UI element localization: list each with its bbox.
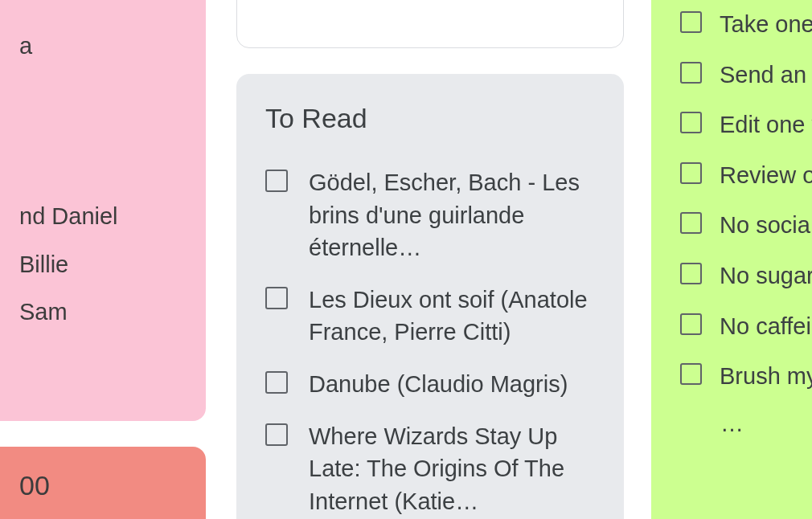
- checkbox-icon[interactable]: [680, 112, 702, 133]
- pink-note-card[interactable]: a nd Daniel Billie Sam: [0, 0, 206, 421]
- pink-partial-text: a: [0, 33, 187, 59]
- checklist-text: Les Dieux ont soif (Anatole France, Pier…: [309, 284, 595, 349]
- checklist-text: Brush my morning: [720, 360, 812, 393]
- checklist-text: Gödel, Escher, Bach - Les brins d'une gu…: [309, 166, 595, 264]
- checklist-item[interactable]: Send an e to one fri: [680, 59, 812, 92]
- checklist-item[interactable]: Les Dieux ont soif (Anatole France, Pier…: [265, 284, 595, 349]
- checklist-item[interactable]: Take one proper ca: [680, 8, 812, 41]
- checkbox-icon[interactable]: [680, 162, 702, 184]
- pink-name-item: Sam: [0, 296, 187, 329]
- checklist-item[interactable]: Gödel, Escher, Bach - Les brins d'une gu…: [265, 166, 595, 264]
- checklist-item[interactable]: No caffei: [680, 310, 812, 343]
- checkbox-icon[interactable]: [265, 423, 288, 446]
- checklist-text: No socia: [720, 209, 810, 242]
- checkbox-icon[interactable]: [680, 263, 702, 284]
- checkbox-icon[interactable]: [680, 62, 702, 84]
- checklist-text: No caffei: [720, 310, 811, 343]
- to-read-note-card[interactable]: To Read Gödel, Escher, Bach - Les brins …: [236, 74, 624, 519]
- checkbox-icon[interactable]: [680, 11, 702, 33]
- white-note-card[interactable]: [236, 0, 624, 48]
- checklist-text: Review o: [720, 159, 812, 192]
- checkbox-icon[interactable]: [265, 287, 288, 309]
- checkbox-icon[interactable]: [680, 212, 702, 234]
- checklist-text: Edit one v per day: [720, 108, 812, 141]
- checklist-text: Send an e to one fri: [720, 59, 812, 92]
- checklist-text: Where Wizards Stay Up Late: The Origins …: [309, 420, 595, 518]
- checklist-item[interactable]: Brush my morning: [680, 360, 812, 393]
- checklist-text: Take one proper ca: [720, 8, 812, 41]
- checkbox-icon[interactable]: [265, 371, 288, 394]
- checklist-text: No sugar: [720, 260, 812, 292]
- orange-num-text: 00: [0, 470, 187, 501]
- pink-name-item: nd Daniel: [0, 200, 187, 233]
- card-title: To Read: [265, 103, 595, 134]
- checklist-item[interactable]: Edit one v per day: [680, 108, 812, 141]
- checklist-item[interactable]: No socia: [680, 209, 812, 242]
- checkbox-icon[interactable]: [680, 363, 702, 385]
- green-note-card[interactable]: Take one proper ca Send an e to one fri …: [651, 0, 812, 519]
- checklist-item[interactable]: Review o: [680, 159, 812, 192]
- checklist-item[interactable]: Danube (Claudio Magris): [265, 368, 595, 401]
- ellipsis-text: …: [720, 411, 812, 437]
- checkbox-icon[interactable]: [265, 170, 288, 192]
- checklist-text: Danube (Claudio Magris): [309, 368, 568, 401]
- checkbox-icon[interactable]: [680, 313, 702, 335]
- pink-name-item: Billie: [0, 248, 187, 281]
- checklist-item[interactable]: Where Wizards Stay Up Late: The Origins …: [265, 420, 595, 518]
- checklist-item[interactable]: No sugar: [680, 260, 812, 292]
- orange-note-card[interactable]: 00: [0, 447, 206, 519]
